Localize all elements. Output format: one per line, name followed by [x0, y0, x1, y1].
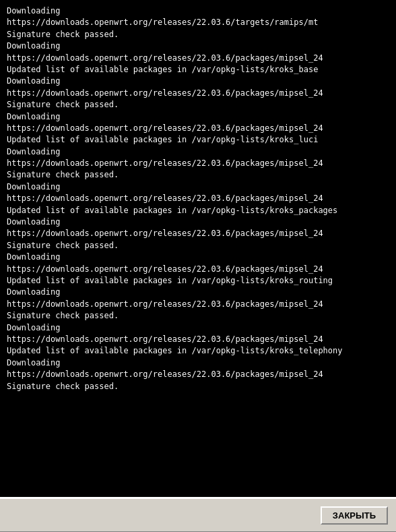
footer-bar: ЗАКРЫТЬ	[0, 497, 396, 532]
terminal-text: Downloading https://downloads.openwrt.or…	[7, 5, 389, 392]
close-button[interactable]: ЗАКРЫТЬ	[321, 506, 388, 525]
terminal-output: Downloading https://downloads.openwrt.or…	[0, 0, 396, 497]
